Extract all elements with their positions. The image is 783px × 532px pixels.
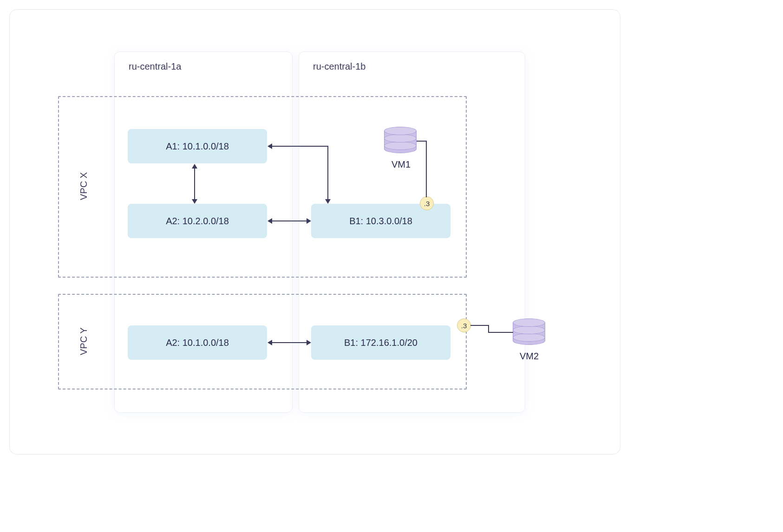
subnet-a2-x: A2: 10.2.0.0/18 — [128, 204, 267, 238]
vm1-label: VM1 — [391, 159, 411, 170]
zone-b-title: ru-central-1b — [299, 52, 525, 72]
subnet-a2-y-label: A2: 10.1.0.0/18 — [166, 337, 229, 348]
vm1-icon — [384, 127, 417, 154]
vpc-x — [58, 96, 467, 278]
diagram-frame: ru-central-1a ru-central-1b VPC X VPC Y … — [9, 9, 620, 454]
subnet-b1-y: B1: 172.16.1.0/20 — [311, 325, 450, 360]
subnet-b1-x-label: B1: 10.3.0.0/18 — [349, 216, 412, 227]
subnet-b1-y-label: B1: 172.16.1.0/20 — [344, 337, 418, 348]
vm1-endpoint-badge: .3 — [420, 196, 434, 210]
vm2-endpoint-text: .3 — [461, 322, 467, 330]
subnet-a1-label: A1: 10.1.0.0/18 — [166, 141, 229, 152]
subnet-a1: A1: 10.1.0.0/18 — [128, 129, 267, 163]
subnet-a2-x-label: A2: 10.2.0.0/18 — [166, 216, 229, 227]
vpc-x-label: VPC X — [78, 172, 89, 200]
zone-a-title: ru-central-1a — [115, 52, 292, 72]
vm2-endpoint-badge: .3 — [457, 318, 471, 332]
vm1-endpoint-text: .3 — [424, 200, 430, 208]
vm2-label: VM2 — [519, 351, 540, 362]
vm2-icon — [513, 318, 545, 345]
subnet-a2-y: A2: 10.1.0.0/18 — [128, 325, 267, 360]
vpc-y-label: VPC Y — [78, 327, 89, 355]
